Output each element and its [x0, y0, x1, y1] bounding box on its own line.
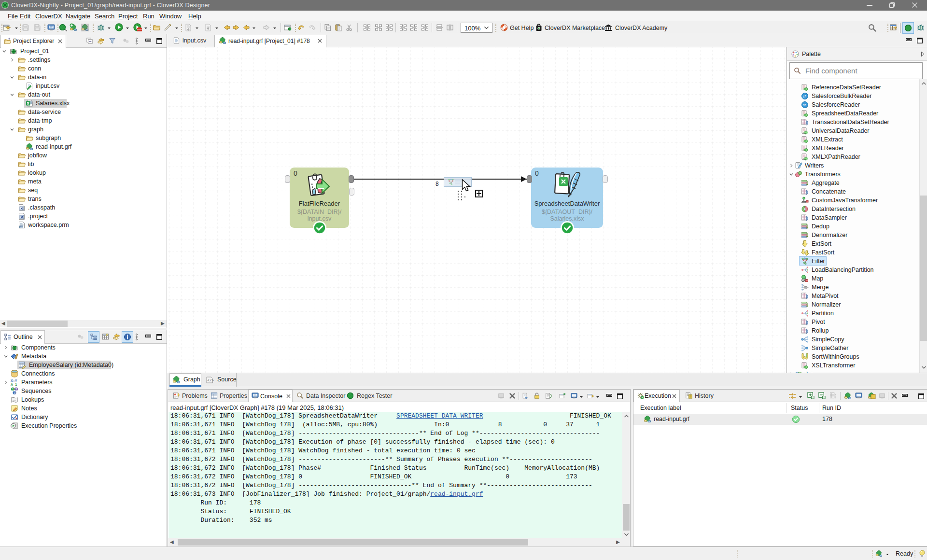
svg-text:A=1: A=1 [11, 383, 17, 386]
svg-text:1: 1 [12, 388, 14, 391]
svg-text:X=Y: X=Y [11, 379, 17, 382]
svg-text:2: 2 [15, 388, 17, 391]
svg-text:3: 3 [14, 391, 15, 394]
svg-text:</>: </> [207, 378, 214, 382]
